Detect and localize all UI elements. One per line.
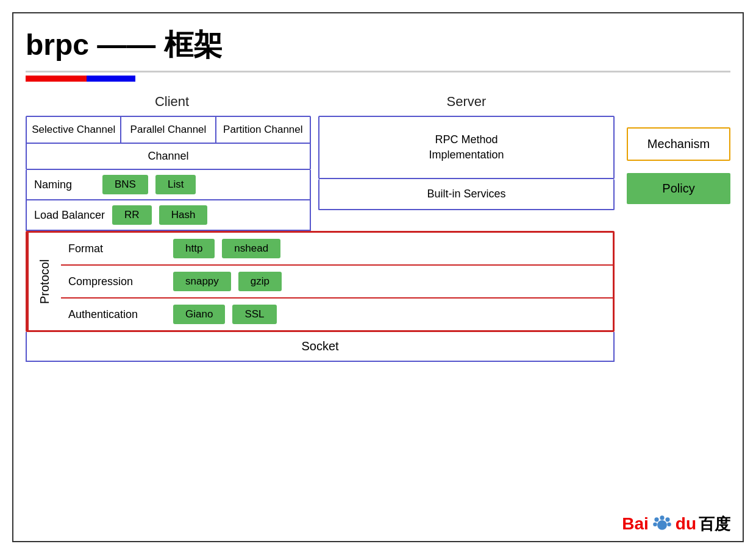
http-button: http <box>173 239 215 258</box>
baidu-du: du <box>676 514 696 534</box>
svg-point-5 <box>667 522 671 526</box>
rpc-method-label: RPC MethodImplementation <box>429 133 504 161</box>
svg-point-2 <box>660 515 664 520</box>
compression-buttons: snappy gzip <box>173 272 282 291</box>
server-builtin-box: Built-in Services <box>318 179 615 210</box>
nshead-button: nshead <box>222 239 280 258</box>
color-bar <box>26 76 730 82</box>
lb-label: Load Balancer <box>34 209 105 222</box>
server-top: RPC MethodImplementation Built-in Servic… <box>318 116 615 231</box>
client-label: Client <box>26 94 318 110</box>
title-separator: —— <box>97 29 163 61</box>
policy-label: Policy <box>662 182 694 195</box>
content-area: Client Server Selective Channel Parallel… <box>26 94 730 362</box>
giano-button: Giano <box>173 305 225 324</box>
svg-point-3 <box>665 517 669 521</box>
selective-channel-cell: Selective Channel <box>27 117 121 143</box>
protocol-rows: Format http nshead Compression snappy gz… <box>61 233 613 330</box>
list-button: List <box>155 175 196 194</box>
format-label: Format <box>68 242 166 255</box>
authentication-label: Authentication <box>68 308 166 321</box>
slide-title: brpc —— 框架 <box>26 26 730 65</box>
socket-label: Socket <box>301 339 338 353</box>
baidu-chinese: 百度 <box>699 514 730 535</box>
format-row: Format http nshead <box>61 233 613 266</box>
server-rpc-box: RPC MethodImplementation <box>318 116 615 179</box>
client-top: Selective Channel Parallel Channel Parti… <box>26 116 311 231</box>
rr-button: RR <box>112 205 152 225</box>
svg-point-0 <box>657 520 667 530</box>
baidu-icon <box>651 513 673 535</box>
mechanism-label: Mechanism <box>647 137 710 150</box>
hash-button: Hash <box>159 205 208 225</box>
svg-point-1 <box>654 517 658 521</box>
title-area: brpc —— 框架 <box>26 26 730 72</box>
authentication-row: Authentication Giano SSL <box>61 299 613 330</box>
channel-footer: Channel <box>27 144 310 169</box>
channel-top-row: Selective Channel Parallel Channel Parti… <box>27 117 310 144</box>
color-bar-blue <box>87 76 135 82</box>
compression-label: Compression <box>68 275 166 288</box>
partition-channel-cell: Partition Channel <box>216 117 310 143</box>
naming-row: Naming BNS List <box>26 170 311 200</box>
baidu-logo: Bai du 百度 <box>622 513 730 535</box>
protocol-label: Protocol <box>27 233 61 330</box>
server-label: Server <box>318 94 615 110</box>
title-brpc: brpc <box>26 29 89 61</box>
socket-row: Socket <box>26 332 615 362</box>
right-panel: Mechanism Policy <box>627 94 730 362</box>
naming-label: Naming <box>34 179 95 191</box>
policy-box: Policy <box>627 173 730 204</box>
builtin-services-label: Built-in Services <box>427 188 505 200</box>
top-section: Selective Channel Parallel Channel Parti… <box>26 116 615 231</box>
snappy-button: snappy <box>173 272 231 291</box>
ssl-button: SSL <box>232 305 276 324</box>
diagram: Client Server Selective Channel Parallel… <box>26 94 615 362</box>
bns-button: BNS <box>102 175 148 194</box>
format-buttons: http nshead <box>173 239 280 258</box>
protocol-section: Protocol Format http nshead Compression <box>26 231 615 332</box>
title-suffix: 框架 <box>164 29 223 61</box>
parallel-channel-cell: Parallel Channel <box>121 117 216 143</box>
slide-container: brpc —— 框架 Client Server <box>12 12 744 542</box>
channel-group: Selective Channel Parallel Channel Parti… <box>26 116 311 170</box>
mechanism-box: Mechanism <box>627 127 730 161</box>
svg-point-4 <box>653 522 657 526</box>
baidu-bai: Bai <box>622 514 649 534</box>
column-labels: Client Server <box>26 94 615 110</box>
gzip-button: gzip <box>238 272 282 291</box>
authentication-buttons: Giano SSL <box>173 305 277 324</box>
color-bar-red <box>26 76 87 82</box>
lb-row: Load Balancer RR Hash <box>26 200 311 231</box>
compression-row: Compression snappy gzip <box>61 266 613 299</box>
